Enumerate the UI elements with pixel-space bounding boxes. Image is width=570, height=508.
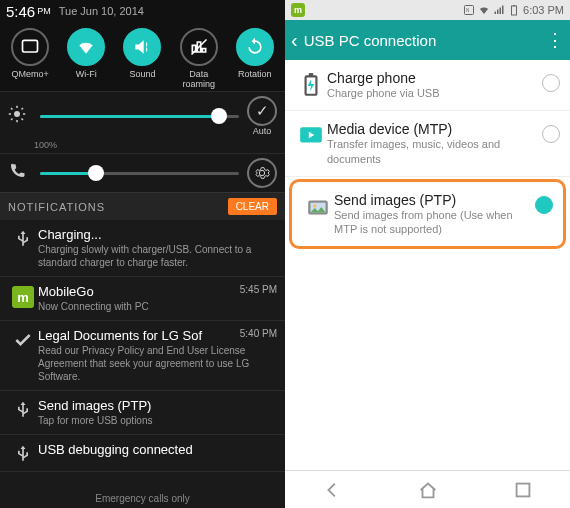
toggle-qmemo[interactable]: QMemo+ [4,28,56,89]
rotation-icon [245,37,265,57]
option-ptp[interactable]: Send images (PTP)Send images from phone … [289,179,566,250]
battery-icon [298,72,324,98]
svg-rect-13 [512,6,517,15]
media-icon [298,123,324,149]
notification-panel: 5:46 PM Tue Jun 10, 2014 QMemo+ Wi-Fi So… [0,0,285,508]
check-icon [13,330,33,350]
notif-mobilego[interactable]: m MobileGo5:45 PMNow Connecting with PC [0,277,285,321]
status-bar-right: m N 6:03 PM [285,0,570,20]
svg-rect-0 [23,40,38,52]
toggle-sound[interactable]: Sound [116,28,168,89]
home-nav-icon[interactable] [417,479,439,501]
wifi-icon [76,37,96,57]
clear-button[interactable]: CLEAR [228,198,277,215]
svg-line-10 [22,108,24,110]
volume-row[interactable] [0,153,285,192]
usb-settings-panel: m N 6:03 PM ‹ USB PC connection ⋮ Charge… [285,0,570,508]
radio-mtp[interactable] [542,125,560,143]
signal-icon [493,4,505,16]
brightness-icon [8,105,26,123]
usb-icon [13,229,33,249]
menu-button[interactable]: ⋮ [546,29,564,51]
settings-button[interactable] [247,158,277,188]
status-ampm: PM [37,6,51,16]
status-bar-left: 5:46 PM Tue Jun 10, 2014 [0,0,285,22]
radio-ptp[interactable] [535,196,553,214]
mobilego-icon: m [291,3,305,17]
brightness-slider[interactable] [40,115,239,118]
usb-header: ‹ USB PC connection ⋮ [285,20,570,60]
svg-line-9 [11,119,13,121]
svg-rect-14 [513,5,515,6]
status-time-right: 6:03 PM [523,4,564,16]
usb-icon [13,400,33,420]
recent-nav-icon[interactable] [512,479,534,501]
wifi-icon [478,4,490,16]
toggle-roaming[interactable]: Data roaming [173,28,225,89]
mobilego-icon: m [12,286,34,308]
roaming-icon [189,37,209,57]
option-charge[interactable]: Charge phoneCharge phone via USB [285,60,570,111]
svg-point-21 [313,204,316,207]
svg-rect-22 [516,483,529,496]
back-button[interactable]: ‹ [291,29,298,52]
battery-icon [508,4,520,16]
quick-toggle-row: QMemo+ Wi-Fi Sound Data roaming Rotation [0,22,285,91]
sound-icon [132,37,152,57]
toggle-rotation[interactable]: Rotation [229,28,281,89]
brightness-row[interactable]: ✓Auto [0,91,285,140]
svg-text:N: N [466,8,469,13]
usb-icon [13,444,33,464]
notif-charging[interactable]: Charging...Charging slowly with charger/… [0,220,285,277]
status-time: 5:46 [6,3,35,20]
volume-slider[interactable] [40,172,239,175]
auto-brightness-button[interactable]: ✓ [247,96,277,126]
svg-line-7 [11,108,13,110]
nfc-icon: N [463,4,475,16]
notifications-header: NOTIFICATIONS CLEAR [0,192,285,220]
toggle-wifi[interactable]: Wi-Fi [60,28,112,89]
notif-debug[interactable]: USB debugging connected [0,435,285,472]
gear-icon [254,165,270,181]
nav-bar [285,470,570,508]
svg-point-2 [14,111,20,117]
radio-charge[interactable] [542,74,560,92]
camera-icon [305,194,331,220]
notif-legal[interactable]: Legal Documents for LG Sof5:40 PMRead ou… [0,321,285,391]
notif-ptp[interactable]: Send images (PTP)Tap for more USB option… [0,391,285,435]
qmemo-icon [20,37,40,57]
status-date: Tue Jun 10, 2014 [59,5,144,17]
phone-icon [8,162,26,180]
option-mtp[interactable]: Media device (MTP)Transfer images, music… [285,111,570,177]
back-nav-icon[interactable] [322,479,344,501]
svg-line-8 [22,119,24,121]
brightness-pct: 100% [0,140,285,153]
emergency-text: Emergency calls only [0,489,285,508]
svg-rect-16 [309,73,313,76]
